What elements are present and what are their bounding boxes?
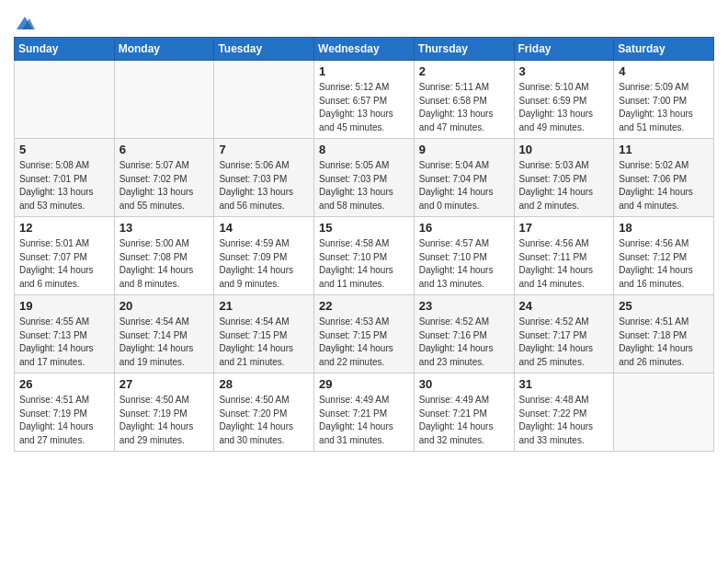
calendar-cell: 25Sunrise: 4:51 AM Sunset: 7:18 PM Dayli… bbox=[614, 295, 714, 373]
day-info: Sunrise: 4:54 AM Sunset: 7:15 PM Dayligh… bbox=[219, 316, 309, 369]
day-number: 13 bbox=[119, 221, 210, 235]
calendar-cell: 20Sunrise: 4:54 AM Sunset: 7:14 PM Dayli… bbox=[114, 295, 214, 373]
page: SundayMondayTuesdayWednesdayThursdayFrid… bbox=[0, 0, 728, 465]
day-number: 6 bbox=[119, 143, 210, 156]
day-info: Sunrise: 4:56 AM Sunset: 7:11 PM Dayligh… bbox=[519, 237, 609, 291]
day-number: 31 bbox=[519, 377, 609, 391]
day-info: Sunrise: 4:53 AM Sunset: 7:15 PM Dayligh… bbox=[319, 316, 409, 369]
calendar-cell: 8Sunrise: 5:05 AM Sunset: 7:03 PM Daylig… bbox=[314, 139, 415, 217]
calendar-cell: 10Sunrise: 5:03 AM Sunset: 7:05 PM Dayli… bbox=[514, 139, 614, 217]
calendar-cell: 29Sunrise: 4:49 AM Sunset: 7:21 PM Dayli… bbox=[314, 373, 415, 452]
day-number: 5 bbox=[19, 143, 109, 156]
calendar-cell: 27Sunrise: 4:50 AM Sunset: 7:19 PM Dayli… bbox=[114, 373, 214, 452]
day-info: Sunrise: 4:50 AM Sunset: 7:19 PM Dayligh… bbox=[119, 394, 210, 447]
calendar-cell: 22Sunrise: 4:53 AM Sunset: 7:15 PM Dayli… bbox=[314, 295, 415, 373]
day-info: Sunrise: 5:01 AM Sunset: 7:07 PM Dayligh… bbox=[19, 237, 109, 291]
day-number: 17 bbox=[519, 221, 609, 235]
day-info: Sunrise: 4:52 AM Sunset: 7:16 PM Dayligh… bbox=[419, 316, 509, 369]
day-info: Sunrise: 4:48 AM Sunset: 7:22 PM Dayligh… bbox=[519, 394, 609, 447]
logo-icon bbox=[15, 15, 35, 31]
day-info: Sunrise: 5:11 AM Sunset: 6:58 PM Dayligh… bbox=[419, 81, 509, 134]
calendar-cell: 18Sunrise: 4:56 AM Sunset: 7:12 PM Dayli… bbox=[614, 217, 714, 295]
day-number: 1 bbox=[319, 64, 409, 78]
day-number: 22 bbox=[319, 299, 409, 313]
day-number: 26 bbox=[19, 377, 109, 391]
header-day-friday: Friday bbox=[514, 38, 614, 61]
day-info: Sunrise: 5:09 AM Sunset: 7:00 PM Dayligh… bbox=[619, 81, 709, 134]
calendar-cell: 11Sunrise: 5:02 AM Sunset: 7:06 PM Dayli… bbox=[614, 139, 714, 217]
day-info: Sunrise: 5:08 AM Sunset: 7:01 PM Dayligh… bbox=[19, 159, 109, 213]
header-day-tuesday: Tuesday bbox=[214, 38, 314, 61]
day-number: 16 bbox=[419, 221, 509, 235]
day-number: 10 bbox=[519, 143, 609, 156]
calendar-cell: 1Sunrise: 5:12 AM Sunset: 6:57 PM Daylig… bbox=[314, 61, 415, 139]
day-number: 14 bbox=[219, 221, 309, 235]
calendar-cell: 21Sunrise: 4:54 AM Sunset: 7:15 PM Dayli… bbox=[214, 295, 314, 373]
day-info: Sunrise: 4:58 AM Sunset: 7:10 PM Dayligh… bbox=[319, 237, 409, 291]
day-info: Sunrise: 4:52 AM Sunset: 7:17 PM Dayligh… bbox=[519, 316, 609, 369]
calendar-cell: 13Sunrise: 5:00 AM Sunset: 7:08 PM Dayli… bbox=[114, 217, 214, 295]
day-info: Sunrise: 4:49 AM Sunset: 7:21 PM Dayligh… bbox=[419, 394, 509, 447]
calendar-cell: 14Sunrise: 4:59 AM Sunset: 7:09 PM Dayli… bbox=[214, 217, 314, 295]
day-number: 29 bbox=[319, 377, 409, 391]
day-info: Sunrise: 5:05 AM Sunset: 7:03 PM Dayligh… bbox=[319, 159, 409, 213]
day-info: Sunrise: 5:07 AM Sunset: 7:02 PM Dayligh… bbox=[119, 159, 210, 213]
calendar-cell bbox=[614, 373, 714, 452]
calendar-cell: 5Sunrise: 5:08 AM Sunset: 7:01 PM Daylig… bbox=[15, 139, 115, 217]
day-number: 21 bbox=[219, 299, 309, 313]
day-info: Sunrise: 4:54 AM Sunset: 7:14 PM Dayligh… bbox=[119, 316, 210, 369]
day-info: Sunrise: 5:12 AM Sunset: 6:57 PM Dayligh… bbox=[319, 81, 409, 134]
day-number: 12 bbox=[19, 221, 109, 235]
calendar-cell: 30Sunrise: 4:49 AM Sunset: 7:21 PM Dayli… bbox=[414, 373, 514, 452]
header-day-wednesday: Wednesday bbox=[314, 38, 415, 61]
day-info: Sunrise: 5:04 AM Sunset: 7:04 PM Dayligh… bbox=[419, 159, 509, 213]
day-number: 8 bbox=[319, 143, 409, 156]
day-info: Sunrise: 5:02 AM Sunset: 7:06 PM Dayligh… bbox=[619, 159, 709, 213]
day-number: 28 bbox=[219, 377, 309, 391]
calendar-cell: 23Sunrise: 4:52 AM Sunset: 7:16 PM Dayli… bbox=[414, 295, 514, 373]
day-number: 24 bbox=[519, 299, 609, 313]
day-number: 11 bbox=[619, 143, 709, 156]
day-number: 18 bbox=[619, 221, 709, 235]
day-number: 9 bbox=[419, 143, 509, 156]
day-number: 4 bbox=[619, 64, 709, 78]
day-info: Sunrise: 4:49 AM Sunset: 7:21 PM Dayligh… bbox=[319, 394, 409, 447]
day-info: Sunrise: 4:56 AM Sunset: 7:12 PM Dayligh… bbox=[619, 237, 709, 291]
calendar-cell: 7Sunrise: 5:06 AM Sunset: 7:03 PM Daylig… bbox=[214, 139, 314, 217]
calendar-cell bbox=[15, 61, 115, 139]
day-number: 23 bbox=[419, 299, 509, 313]
calendar-cell: 12Sunrise: 5:01 AM Sunset: 7:07 PM Dayli… bbox=[15, 217, 115, 295]
day-info: Sunrise: 4:50 AM Sunset: 7:20 PM Dayligh… bbox=[219, 394, 309, 447]
day-info: Sunrise: 5:06 AM Sunset: 7:03 PM Dayligh… bbox=[219, 159, 309, 213]
calendar-cell: 15Sunrise: 4:58 AM Sunset: 7:10 PM Dayli… bbox=[314, 217, 415, 295]
day-number: 7 bbox=[219, 143, 309, 156]
header-day-saturday: Saturday bbox=[614, 38, 714, 61]
week-row-2: 12Sunrise: 5:01 AM Sunset: 7:07 PM Dayli… bbox=[15, 217, 714, 295]
day-info: Sunrise: 5:00 AM Sunset: 7:08 PM Dayligh… bbox=[119, 237, 210, 291]
header-row: SundayMondayTuesdayWednesdayThursdayFrid… bbox=[15, 38, 714, 61]
day-number: 27 bbox=[119, 377, 210, 391]
calendar-table: SundayMondayTuesdayWednesdayThursdayFrid… bbox=[14, 37, 714, 452]
calendar-cell: 3Sunrise: 5:10 AM Sunset: 6:59 PM Daylig… bbox=[514, 61, 614, 139]
day-number: 3 bbox=[519, 64, 609, 78]
calendar-cell: 16Sunrise: 4:57 AM Sunset: 7:10 PM Dayli… bbox=[414, 217, 514, 295]
day-number: 2 bbox=[419, 64, 509, 78]
week-row-1: 5Sunrise: 5:08 AM Sunset: 7:01 PM Daylig… bbox=[15, 139, 714, 217]
calendar-cell: 6Sunrise: 5:07 AM Sunset: 7:02 PM Daylig… bbox=[114, 139, 214, 217]
header-day-thursday: Thursday bbox=[414, 38, 514, 61]
header-day-sunday: Sunday bbox=[15, 38, 115, 61]
day-info: Sunrise: 5:10 AM Sunset: 6:59 PM Dayligh… bbox=[519, 81, 609, 134]
day-number: 19 bbox=[19, 299, 109, 313]
calendar-cell bbox=[214, 61, 314, 139]
day-number: 25 bbox=[619, 299, 709, 313]
header bbox=[14, 9, 714, 29]
week-row-4: 26Sunrise: 4:51 AM Sunset: 7:19 PM Dayli… bbox=[15, 373, 714, 452]
calendar-cell bbox=[114, 61, 214, 139]
calendar-cell: 26Sunrise: 4:51 AM Sunset: 7:19 PM Dayli… bbox=[15, 373, 115, 452]
day-info: Sunrise: 5:03 AM Sunset: 7:05 PM Dayligh… bbox=[519, 159, 609, 213]
logo bbox=[14, 15, 35, 29]
calendar-cell: 9Sunrise: 5:04 AM Sunset: 7:04 PM Daylig… bbox=[414, 139, 514, 217]
calendar-cell: 19Sunrise: 4:55 AM Sunset: 7:13 PM Dayli… bbox=[15, 295, 115, 373]
day-info: Sunrise: 4:51 AM Sunset: 7:19 PM Dayligh… bbox=[19, 394, 109, 447]
day-number: 30 bbox=[419, 377, 509, 391]
